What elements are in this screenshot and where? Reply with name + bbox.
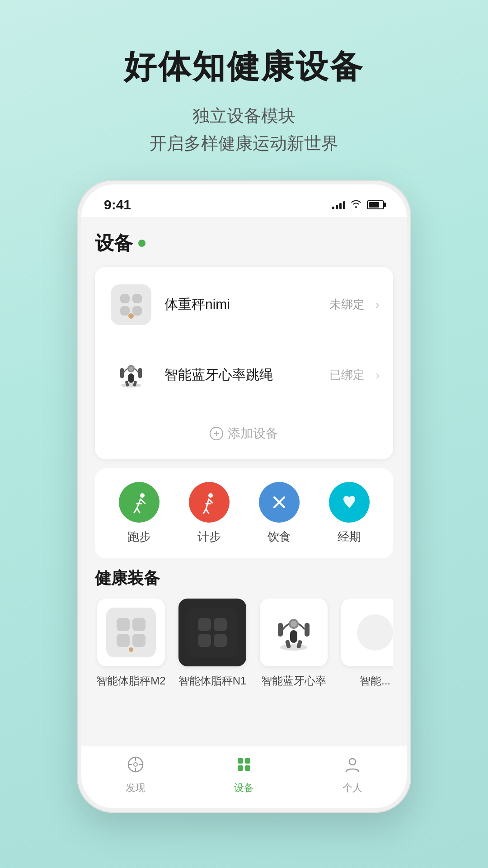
nav-item-discover[interactable]: 发现 <box>126 755 145 795</box>
equipment-name-m2: 智能体脂秤M2 <box>96 674 165 688</box>
step-icon <box>198 491 221 514</box>
device-status-rope: 已绑定 <box>329 367 365 383</box>
device-item-rope[interactable]: 智能蓝牙心率跳绳 已绑定 › <box>99 342 389 409</box>
svg-point-19 <box>291 621 297 627</box>
device-item-scale[interactable]: 体重秤nimi 未绑定 › <box>99 271 389 338</box>
main-title: 好体知健康设备 <box>27 45 461 89</box>
scale-white-sm-icon <box>106 608 156 657</box>
device-list-card: 体重秤nimi 未绑定 › <box>95 267 393 459</box>
svg-point-8 <box>140 493 145 498</box>
add-device-button[interactable]: + 添加设备 <box>99 412 389 455</box>
run-icon <box>128 491 150 514</box>
svg-point-31 <box>349 759 356 765</box>
equipment-img-other <box>341 599 393 666</box>
period-icon <box>338 491 361 514</box>
phone-mockup: 9:41 <box>77 180 411 813</box>
rope-icon <box>113 357 149 393</box>
wifi-icon <box>351 199 361 211</box>
bottom-nav: 发现 设备 <box>81 746 407 808</box>
svg-rect-17 <box>305 623 310 637</box>
equipment-img-scale-n1 <box>178 599 246 666</box>
person-icon <box>343 755 361 778</box>
svg-point-7 <box>129 366 133 371</box>
signal-icon <box>332 200 345 209</box>
action-period-label: 经期 <box>338 529 361 545</box>
equipment-other[interactable]: 智能... <box>339 599 393 688</box>
equipment-img-scale-m2 <box>97 599 165 666</box>
action-diet-label: 饮食 <box>267 529 291 545</box>
device-img-rope <box>108 353 154 398</box>
action-run-circle <box>119 482 160 523</box>
svg-point-9 <box>208 493 213 498</box>
device-img-scale <box>108 282 154 327</box>
nav-label-personal: 个人 <box>343 781 362 795</box>
equipment-scale-m2[interactable]: 智能体脂秤M2 <box>95 599 167 688</box>
device-info-scale: 体重秤nimi <box>164 295 319 314</box>
svg-point-0 <box>121 383 141 387</box>
header-area: 好体知健康设备 独立设备模块 开启多样健康运动新世界 <box>0 0 488 180</box>
equipment-other-icon <box>350 608 393 657</box>
action-period-circle <box>329 482 370 523</box>
phone-screen: 9:41 <box>81 184 407 808</box>
chevron-scale: › <box>375 297 380 312</box>
status-bar: 9:41 <box>81 184 407 217</box>
svg-point-12 <box>280 644 307 651</box>
svg-rect-4 <box>120 368 124 378</box>
equipment-name-other: 智能... <box>360 674 390 688</box>
status-icons <box>332 199 384 211</box>
action-run[interactable]: 跑步 <box>119 482 160 545</box>
svg-rect-16 <box>278 623 283 637</box>
equipment-img-rope <box>260 599 328 666</box>
nav-item-personal[interactable]: 个人 <box>343 755 362 795</box>
sub-title-line1: 独立设备模块 <box>192 106 296 125</box>
device-icon <box>235 755 253 778</box>
device-info-rope: 智能蓝牙心率跳绳 <box>164 366 319 384</box>
svg-rect-28 <box>245 758 250 764</box>
diet-icon <box>268 491 291 514</box>
devices-section-title: 设备 <box>95 231 393 256</box>
status-time: 9:41 <box>104 197 131 212</box>
device-status-scale: 未绑定 <box>329 297 365 312</box>
nav-label-device: 设备 <box>234 781 254 795</box>
sub-title: 独立设备模块 开启多样健康运动新世界 <box>27 102 461 157</box>
svg-point-20 <box>357 614 393 651</box>
svg-rect-5 <box>138 368 142 378</box>
svg-rect-27 <box>238 758 243 764</box>
discover-icon <box>127 755 145 778</box>
device-name-rope: 智能蓝牙心率跳绳 <box>164 366 319 384</box>
svg-rect-30 <box>245 765 250 771</box>
health-section-title: 健康装备 <box>95 567 393 590</box>
action-diet-circle <box>259 482 300 523</box>
action-step-label: 计步 <box>197 529 221 545</box>
action-run-label: 跑步 <box>127 529 151 545</box>
sub-title-line2: 开启多样健康运动新世界 <box>150 134 338 153</box>
svg-rect-29 <box>238 765 243 771</box>
device-name-scale: 体重秤nimi <box>164 295 319 314</box>
equipment-scale-n1[interactable]: 智能体脂秤N1 <box>176 599 249 688</box>
chevron-rope: › <box>375 368 380 382</box>
quick-actions-card: 跑步 计步 <box>95 468 393 558</box>
nav-label-discover: 发现 <box>126 781 145 795</box>
add-device-label: 添加设备 <box>228 425 278 442</box>
action-diet[interactable]: 饮食 <box>259 482 300 545</box>
equipment-name-rope: 智能蓝牙心率 <box>261 674 326 688</box>
app-content: 设备 <box>81 217 407 746</box>
svg-rect-3 <box>128 373 134 383</box>
action-step[interactable]: 计步 <box>189 482 230 545</box>
svg-point-22 <box>134 763 137 766</box>
scale-white-icon <box>111 284 151 325</box>
battery-icon <box>367 200 384 209</box>
action-period[interactable]: 经期 <box>329 482 370 545</box>
action-step-circle <box>189 482 230 523</box>
equipment-grid: 智能体脂秤M2 智能体脂秤N1 <box>95 599 393 688</box>
scale-dark-icon <box>188 608 237 657</box>
svg-rect-15 <box>290 630 297 643</box>
nav-item-device[interactable]: 设备 <box>234 755 254 795</box>
equipment-name-n1: 智能体脂秤N1 <box>178 674 247 688</box>
equipment-rope-icon <box>269 608 319 657</box>
add-circle-icon: + <box>210 427 223 440</box>
equipment-rope[interactable]: 智能蓝牙心率 <box>258 599 330 688</box>
notification-dot <box>138 240 145 247</box>
